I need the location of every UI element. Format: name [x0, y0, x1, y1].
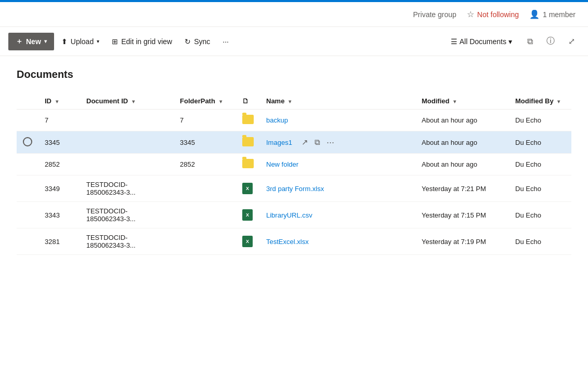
- more-label: ···: [223, 37, 229, 46]
- file-name-link[interactable]: backup: [266, 116, 288, 124]
- expand-button[interactable]: ⤢: [563, 33, 580, 50]
- row-folderpath: 3345: [174, 131, 236, 154]
- row-docid: TESTDOCID-1850062343-3...: [80, 202, 174, 228]
- modified-sort-icon: ▾: [453, 99, 456, 104]
- row-docid: [80, 110, 174, 131]
- new-button[interactable]: ＋ New ▾: [8, 33, 54, 50]
- upload-icon: ⬆: [61, 37, 68, 46]
- row-modified: Yesterday at 7:21 PM: [415, 175, 509, 202]
- row-modified: About an hour ago: [415, 131, 509, 154]
- col-name-header[interactable]: Name ▾: [260, 93, 415, 110]
- row-select-cell: [17, 110, 38, 131]
- row-id: 3349: [38, 175, 80, 202]
- name-cell: New folder: [266, 160, 409, 168]
- folderpath-sort-icon: ▾: [219, 99, 222, 104]
- file-name-link[interactable]: New folder: [266, 160, 298, 168]
- file-name-link[interactable]: LibraryURL.csv: [266, 211, 312, 219]
- file-name-link[interactable]: Images1: [266, 139, 292, 146]
- name-cell: TestExcel.xlsx: [266, 238, 409, 246]
- row-id: 3281: [38, 228, 80, 255]
- row-select-cell: [17, 228, 38, 255]
- not-following-button[interactable]: ☆ Not following: [467, 9, 519, 19]
- col-folderpath-header[interactable]: FolderPath ▾: [174, 93, 236, 110]
- cmd-right: ☰ All Documents ▾ ⧉ ⓘ ⤢: [446, 33, 580, 50]
- chevron-down-icon-upload: ▾: [97, 38, 99, 44]
- file-name-link[interactable]: 3rd party Form.xlsx: [266, 185, 324, 193]
- col-id-header[interactable]: ID ▾: [38, 93, 80, 110]
- edit-grid-button[interactable]: ⊞ Edit in grid view: [107, 34, 177, 49]
- table-row: 33453345Images1↗⧉⋯About an hour agoDu Ec…: [17, 131, 571, 154]
- table-row: 28522852New folderAbout an hour agoDu Ec…: [17, 154, 571, 175]
- row-id: 3345: [38, 131, 80, 154]
- name-cell: 3rd party Form.xlsx: [266, 185, 409, 193]
- name-cell: backup: [266, 116, 409, 124]
- row-modified: Yesterday at 7:19 PM: [415, 228, 509, 255]
- all-documents-button[interactable]: ☰ All Documents ▾: [446, 34, 517, 49]
- row-name: LibraryURL.csv: [260, 202, 415, 228]
- row-modified: Yesterday at 7:15 PM: [415, 202, 509, 228]
- row-modifiedby: Du Echo: [509, 228, 571, 255]
- more-button[interactable]: ···: [217, 34, 234, 49]
- filter-button[interactable]: ⧉: [521, 33, 538, 50]
- col-name-label: Name: [266, 97, 284, 105]
- row-modified: About an hour ago: [415, 110, 509, 131]
- sync-label: Sync: [194, 37, 210, 46]
- col-icon-header: 🗋: [236, 93, 260, 110]
- row-select-cell: [17, 131, 38, 154]
- row-docid: TESTDOCID-1850062343-3...: [80, 175, 174, 202]
- row-file-icon-cell: X: [236, 228, 260, 255]
- file-col-icon: 🗋: [242, 97, 249, 105]
- row-folderpath: [174, 175, 236, 202]
- row-actions: ↗⧉⋯: [300, 137, 335, 148]
- new-label: New: [26, 37, 41, 46]
- expand-icon: ⤢: [568, 36, 575, 46]
- row-name: New folder: [260, 154, 415, 175]
- row-folderpath: [174, 202, 236, 228]
- row-modifiedby: Du Echo: [509, 175, 571, 202]
- file-name-link[interactable]: TestExcel.xlsx: [266, 238, 309, 246]
- col-modifiedby-header[interactable]: Modified By ▾: [509, 93, 571, 110]
- col-modified-header[interactable]: Modified ▾: [415, 93, 509, 110]
- table-header-row: ID ▾ Document ID ▾ FolderPath ▾ 🗋 Name ▾: [17, 93, 571, 110]
- private-group-label: Private group: [413, 10, 456, 19]
- row-file-icon-cell: [236, 131, 260, 154]
- members-button[interactable]: 👤 1 member: [529, 9, 576, 19]
- not-following-label: Not following: [477, 10, 519, 19]
- info-button[interactable]: ⓘ: [542, 33, 559, 50]
- row-folderpath: [174, 228, 236, 255]
- modifiedby-sort-icon: ▾: [557, 99, 560, 104]
- name-cell: Images1↗⧉⋯: [266, 137, 409, 148]
- more-actions-icon[interactable]: ⋯: [325, 137, 335, 148]
- upload-button[interactable]: ⬆ Upload ▾: [56, 34, 104, 49]
- col-docid-header[interactable]: Document ID ▾: [80, 93, 174, 110]
- col-folderpath-label: FolderPath: [180, 97, 215, 105]
- row-modifiedby: Du Echo: [509, 202, 571, 228]
- row-radio[interactable]: [23, 137, 32, 146]
- grid-icon: ⊞: [112, 37, 118, 46]
- members-label: 1 member: [543, 10, 576, 19]
- name-cell: LibraryURL.csv: [266, 211, 409, 219]
- list-icon: ☰: [451, 37, 458, 46]
- table-row: 3343TESTDOCID-1850062343-3...XLibraryURL…: [17, 202, 571, 228]
- col-select: [17, 93, 38, 110]
- col-modified-label: Modified: [422, 97, 449, 105]
- copy-link-icon[interactable]: ⧉: [313, 137, 321, 148]
- row-id: 3343: [38, 202, 80, 228]
- row-file-icon-cell: [236, 154, 260, 175]
- share-icon[interactable]: ↗: [300, 137, 309, 148]
- col-docid-label: Document ID: [86, 97, 128, 105]
- sync-button[interactable]: ↻ Sync: [179, 34, 215, 49]
- filter-icon: ⧉: [527, 37, 533, 46]
- top-bar: Private group ☆ Not following 👤 1 member: [0, 2, 588, 27]
- table-row: 3349TESTDOCID-1850062343-3...X3rd party …: [17, 175, 571, 202]
- row-select-cell: [17, 175, 38, 202]
- name-sort-icon: ▾: [289, 99, 291, 104]
- row-name: TestExcel.xlsx: [260, 228, 415, 255]
- col-id-label: ID: [45, 97, 51, 105]
- excel-icon: X: [242, 183, 253, 194]
- row-folderpath: 2852: [174, 154, 236, 175]
- row-modified: About an hour ago: [415, 154, 509, 175]
- row-modifiedby: Du Echo: [509, 110, 571, 131]
- row-file-icon-cell: X: [236, 175, 260, 202]
- row-name: Images1↗⧉⋯: [260, 131, 415, 154]
